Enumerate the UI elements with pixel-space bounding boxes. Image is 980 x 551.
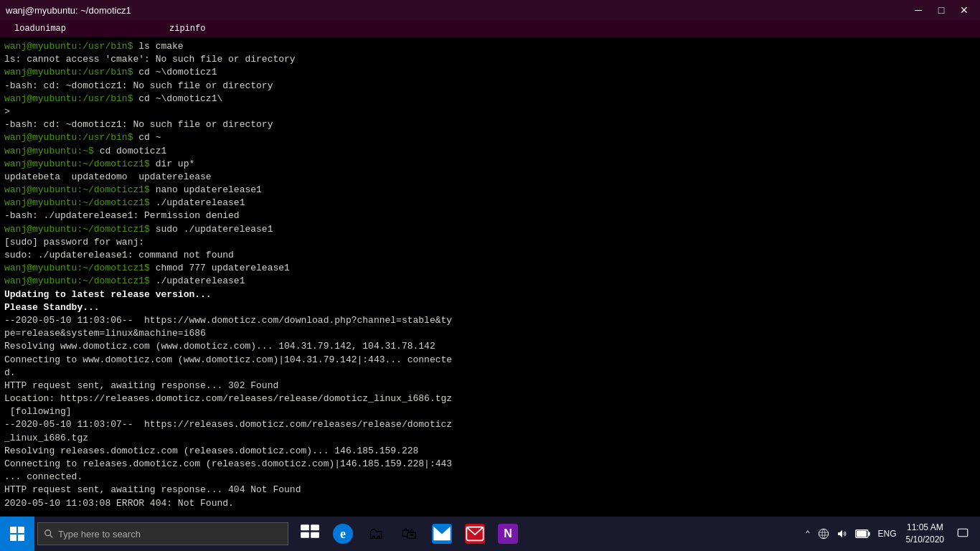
taskbar-onenote[interactable]: N: [492, 517, 524, 551]
svg-point-11: [819, 529, 828, 538]
search-placeholder-text: Type here to search: [58, 529, 141, 540]
svg-rect-9: [311, 532, 319, 538]
tray-chevron[interactable]: ⌃: [803, 529, 812, 540]
taskbar-mail2[interactable]: [459, 517, 491, 551]
taskbar-taskview[interactable]: [294, 517, 326, 551]
search-icon: [44, 529, 54, 539]
tray-network[interactable]: [816, 528, 831, 540]
tray-battery[interactable]: [853, 529, 873, 539]
svg-rect-3: [18, 534, 24, 541]
taskbar-explorer[interactable]: 🗂: [360, 517, 392, 551]
system-clock[interactable]: 11:05 AM 5/10/2020: [902, 522, 948, 546]
mail2-icon: [465, 524, 485, 544]
taskbar-icons: e 🗂 🛍: [294, 517, 524, 551]
svg-rect-8: [301, 532, 309, 538]
taskbar-store[interactable]: 🛍: [393, 517, 425, 551]
svg-rect-18: [958, 529, 968, 537]
edge-icon: e: [333, 524, 353, 544]
notification-icon: [956, 527, 969, 540]
search-bar[interactable]: Type here to search: [37, 522, 288, 545]
tray-sound[interactable]: [834, 528, 850, 540]
svg-rect-1: [18, 527, 24, 533]
svg-rect-2: [10, 534, 17, 541]
onenote-icon: N: [498, 524, 518, 544]
sound-icon: [837, 528, 848, 540]
title-bar: wanj@myubuntu: ~/domoticz1 ─ □ ✕: [0, 0, 980, 20]
svg-marker-14: [838, 530, 842, 538]
svg-point-4: [45, 530, 51, 536]
clock-date: 5/10/2020: [906, 534, 944, 546]
window-title: wanj@myubuntu: ~/domoticz1: [6, 5, 131, 16]
tray-language[interactable]: ENG: [876, 529, 899, 539]
taskview-icon: [300, 524, 320, 544]
tab-zipinfo[interactable]: zipinfo: [161, 22, 214, 35]
windows-icon: [10, 527, 24, 541]
store-icon: 🛍: [401, 524, 417, 544]
close-button[interactable]: ✕: [954, 3, 974, 17]
clock-time: 11:05 AM: [907, 522, 943, 534]
network-icon: [818, 528, 829, 540]
svg-rect-6: [301, 524, 309, 530]
svg-rect-17: [856, 531, 866, 537]
terminal-tabs: loadunimap zipinfo: [0, 20, 980, 37]
svg-rect-7: [311, 524, 319, 530]
minimize-button[interactable]: ─: [908, 3, 928, 17]
notification-button[interactable]: [951, 517, 974, 551]
tab-loadunimap[interactable]: loadunimap: [6, 22, 75, 35]
taskbar-tray: ⌃ ENG 11:05 AM: [803, 517, 980, 551]
mail-icon: [432, 524, 452, 544]
taskbar: Type here to search e 🗂 🛍: [0, 517, 980, 551]
maximize-button[interactable]: □: [931, 3, 951, 17]
svg-line-5: [50, 535, 53, 538]
svg-rect-16: [868, 532, 870, 535]
explorer-icon: 🗂: [368, 524, 384, 544]
taskbar-mail[interactable]: [426, 517, 458, 551]
svg-rect-0: [10, 527, 17, 533]
terminal-output[interactable]: wanj@myubuntu:/usr/bin$ ls cmake ls: can…: [0, 37, 980, 517]
taskbar-edge[interactable]: e: [327, 517, 359, 551]
start-button[interactable]: [0, 517, 34, 551]
battery-icon: [855, 529, 871, 539]
window-controls: ─ □ ✕: [908, 3, 974, 17]
